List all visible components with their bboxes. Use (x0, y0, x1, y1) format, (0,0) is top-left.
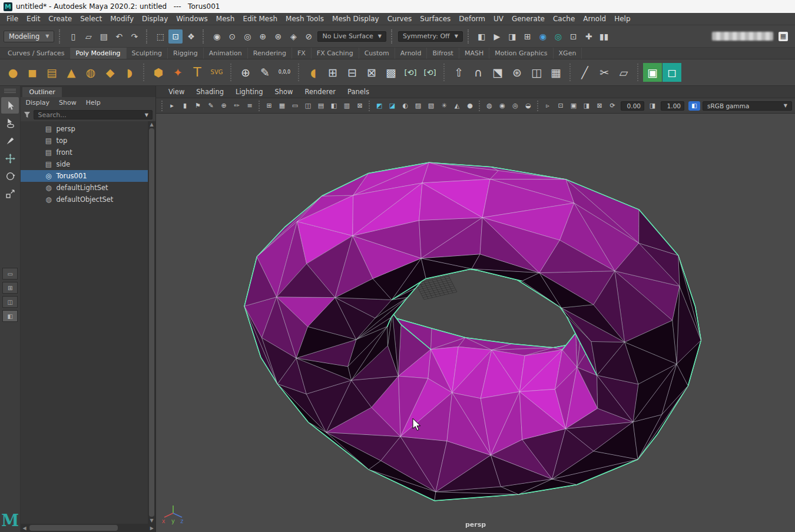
snap-icon[interactable]: ◎ (240, 29, 254, 44)
select-tool-button[interactable] (1, 97, 19, 114)
viewport-toolbar-icon[interactable]: ◐ (399, 100, 411, 112)
render-action-icon[interactable]: ▮▮ (597, 29, 611, 44)
lasso-tool-button[interactable] (1, 115, 19, 131)
paint-select-tool-button[interactable] (1, 132, 19, 149)
cut-tool-icon[interactable]: ╱ (575, 63, 594, 82)
shelf-tab[interactable]: FX (292, 48, 312, 59)
menu-item[interactable]: Windows (172, 14, 212, 24)
viewport-menu-item[interactable]: Renderer (300, 88, 342, 96)
cut-tool-icon[interactable]: ✂ (595, 63, 614, 82)
shelf-tab[interactable]: Animation (204, 48, 248, 59)
scroll-right-icon[interactable]: ▶ (150, 526, 154, 531)
viewport-toolbar-icon[interactable]: ⟳ (607, 100, 618, 112)
menu-item[interactable]: Edit (22, 14, 44, 24)
poly-primitive-icon[interactable]: ▲ (62, 63, 81, 82)
viewport-toolbar-icon[interactable]: ◩ (373, 100, 385, 112)
file-action-icon[interactable]: ▯ (66, 29, 80, 44)
outliner-menu-item[interactable]: Help (86, 99, 105, 107)
exposure-field[interactable]: 0.00 (621, 101, 644, 111)
viewport-toolbar-icon[interactable]: ◭ (451, 100, 463, 112)
combine-icon[interactable]: [⟲] (420, 63, 439, 82)
shelf-tab[interactable]: Rendering (248, 48, 292, 59)
viewport-toolbar-icon[interactable]: ◎ (509, 100, 521, 112)
viewport-toolbar-icon[interactable]: ✳ (438, 100, 450, 112)
rotate-tool-button[interactable] (1, 168, 19, 184)
edit-mesh-icon[interactable]: ⊛ (508, 63, 526, 82)
combine-icon[interactable]: ▩ (382, 63, 400, 82)
group-grip[interactable] (468, 29, 470, 44)
viewport-canvas[interactable] (156, 114, 770, 531)
toolbox-grip[interactable] (4, 89, 16, 93)
toolbar-grip[interactable] (537, 101, 539, 111)
viewport-toolbar-icon[interactable]: ⊠ (354, 100, 366, 112)
edit-mesh-icon[interactable]: ▦ (546, 63, 565, 82)
group-grip[interactable] (146, 29, 148, 44)
viewport-toolbar-icon[interactable]: ▥ (341, 100, 353, 112)
menu-item[interactable]: Generate (508, 14, 549, 24)
viewport-toolbar-icon[interactable]: ✎ (205, 100, 217, 112)
edit-mesh-icon[interactable]: ⇧ (449, 63, 468, 82)
viewport-toolbar-icon[interactable]: ◫ (302, 100, 314, 112)
snap-icon[interactable]: ⊙ (225, 29, 239, 44)
snap-icon[interactable]: ⊛ (271, 29, 285, 44)
scrollbar-thumb[interactable] (149, 128, 154, 517)
layout-four-pane-button[interactable]: ⊞ (2, 282, 18, 294)
file-action-icon[interactable]: ↷ (127, 29, 141, 44)
menu-item[interactable]: UV (489, 14, 508, 24)
viewport-toolbar-icon[interactable]: ◍ (483, 100, 495, 112)
menu-item[interactable]: Modify (106, 14, 138, 24)
render-action-icon[interactable]: ▶ (490, 29, 504, 44)
construction-icon[interactable]: ⊕ (236, 63, 255, 82)
viewport-toolbar-icon[interactable]: ◧ (328, 100, 340, 112)
viewport-toolbar-icon[interactable]: ⊞ (263, 100, 275, 112)
menu-item[interactable]: Select (76, 14, 106, 24)
toolbar-grip[interactable] (259, 101, 260, 111)
scrollbar-thumb[interactable] (29, 525, 118, 531)
snap-icon[interactable]: ⊕ (256, 29, 270, 44)
scroll-left-icon[interactable]: ◀ (22, 526, 26, 531)
toolbar-grip[interactable] (369, 101, 370, 111)
viewport-toolbar-icon[interactable]: ▭ (289, 100, 301, 112)
selection-mask-icon[interactable]: ❖ (184, 29, 198, 44)
viewport-toolbar-icon[interactable]: ≡ (244, 100, 256, 112)
outliner-item[interactable]: ▤ top (21, 135, 148, 147)
menu-item[interactable]: Help (610, 14, 634, 24)
menu-item[interactable]: Display (138, 14, 172, 24)
viewport-toolbar-icon[interactable]: ▤ (315, 100, 327, 112)
menu-item[interactable]: Curves (383, 14, 416, 24)
menu-item[interactable]: Create (44, 14, 76, 24)
viewport-canvas-area[interactable]: x y z persp (156, 114, 795, 532)
layout-two-pane-button[interactable]: ◫ (2, 296, 18, 308)
menu-item[interactable]: File (2, 14, 22, 24)
viewport-toolbar-icon[interactable]: ◉ (496, 100, 508, 112)
viewport-toolbar-icon[interactable]: ⊠ (594, 100, 605, 112)
viewport-toolbar-icon[interactable]: ⊡ (555, 100, 567, 112)
viewport-toolbar-icon[interactable]: ◒ (522, 100, 534, 112)
viewport-toolbar-icon[interactable]: ▧ (425, 100, 437, 112)
construction-icon[interactable]: 0,0,0 (275, 63, 294, 82)
menu-item[interactable]: Arnold (579, 14, 610, 24)
combine-icon[interactable]: ◖ (304, 63, 323, 82)
type-tool-icon[interactable]: ✦ (168, 63, 187, 82)
outliner-horizontal-scrollbar[interactable]: ◀ ▶ (21, 524, 155, 532)
render-action-icon[interactable]: ⊡ (567, 29, 581, 44)
edit-mesh-icon[interactable]: ∩ (469, 63, 488, 82)
viewport-toolbar-icon[interactable]: ▹ (542, 100, 554, 112)
outliner-vertical-scrollbar[interactable]: ▲ ▼ (148, 121, 155, 524)
file-action-icon[interactable]: ↶ (112, 29, 126, 44)
view-transform-badge[interactable]: ◧ (688, 101, 700, 111)
edit-mesh-icon[interactable]: ⬔ (488, 63, 507, 82)
combine-icon[interactable]: ⊟ (343, 63, 362, 82)
construction-icon[interactable]: ✎ (256, 63, 274, 82)
viewport-toolbar-icon[interactable]: ▨ (412, 100, 424, 112)
viewport-toolbar-icon[interactable]: ▸ (166, 100, 178, 112)
search-input[interactable]: Search... ▼ (34, 110, 153, 119)
render-action-icon[interactable]: ◎ (551, 29, 565, 44)
shelf-tab[interactable]: Rigging (168, 48, 204, 59)
layout-outliner-persp-button[interactable]: ◧ (2, 310, 18, 322)
filter-icon[interactable] (24, 111, 31, 118)
viewport-toolbar-icon[interactable]: ● (464, 100, 476, 112)
scroll-down-icon[interactable]: ▼ (150, 518, 153, 523)
menu-item[interactable]: Cache (549, 14, 579, 24)
poly-primitive-icon[interactable]: ◗ (120, 63, 139, 82)
